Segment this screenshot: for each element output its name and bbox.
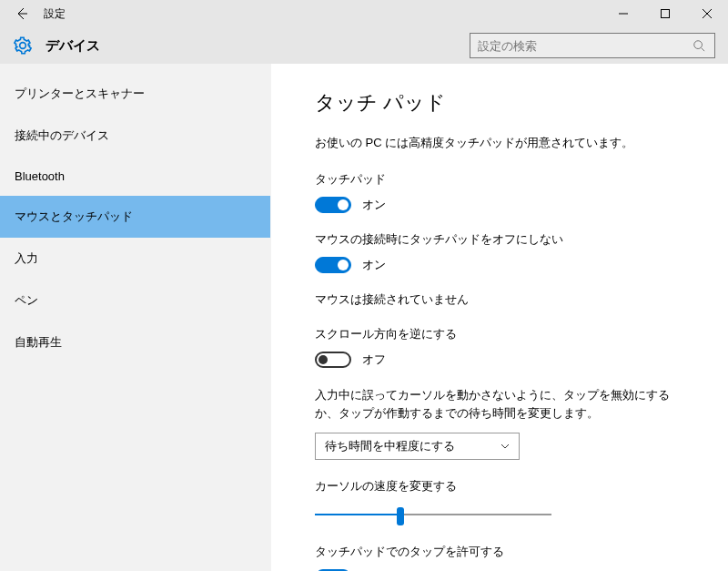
content: タッチ パッド お使いの PC には高精度タッチパッドが用意されています。 タッ… xyxy=(271,64,728,571)
mouse-off-toggle[interactable] xyxy=(315,257,351,273)
scroll-reverse-label: スクロール方向を逆にする xyxy=(315,326,706,342)
mouse-off-state: オン xyxy=(362,257,386,273)
page-title: タッチ パッド xyxy=(315,89,706,117)
section-title: デバイス xyxy=(46,37,100,55)
sidebar-item-typing[interactable]: 入力 xyxy=(0,238,270,280)
close-icon xyxy=(703,9,712,18)
touchpad-toggle[interactable] xyxy=(315,197,351,213)
mouse-off-label: マウスの接続時にタッチパッドをオフにしない xyxy=(315,231,706,248)
touchpad-label: タッチパッド xyxy=(315,171,706,188)
mouse-status-group: マウスは接続されていません xyxy=(315,291,706,308)
close-button[interactable] xyxy=(686,0,728,27)
arrow-left-icon xyxy=(15,6,29,21)
maximize-button[interactable] xyxy=(644,0,686,27)
wait-time-group: 待ち時間を中程度にする xyxy=(315,433,706,460)
sidebar: プリンターとスキャナー 接続中のデバイス Bluetooth マウスとタッチパッ… xyxy=(0,64,271,571)
cursor-speed-slider[interactable] xyxy=(315,504,551,525)
mouse-status: マウスは接続されていません xyxy=(315,291,706,308)
slider-fill xyxy=(315,514,400,515)
titlebar: 設定 xyxy=(0,0,728,27)
sidebar-item-pen[interactable]: ペン xyxy=(0,280,270,321)
scroll-reverse-group: スクロール方向を逆にする オフ xyxy=(315,326,706,368)
scroll-reverse-state: オフ xyxy=(362,352,386,368)
window-controls xyxy=(602,0,728,27)
slider-thumb[interactable] xyxy=(397,507,404,525)
sidebar-item-connected[interactable]: 接続中のデバイス xyxy=(0,115,270,157)
svg-rect-0 xyxy=(662,10,670,18)
window-title: 設定 xyxy=(44,6,66,22)
header: デバイス xyxy=(0,27,728,64)
mouse-off-group: マウスの接続時にタッチパッドをオフにしない オン xyxy=(315,231,706,273)
description: お使いの PC には高精度タッチパッドが用意されています。 xyxy=(315,135,706,151)
tap-note: 入力中に誤ってカーソルを動かさないように、タップを無効にするか、タップが作動する… xyxy=(315,386,679,422)
gear-icon xyxy=(13,36,33,56)
minimize-button[interactable] xyxy=(602,0,644,27)
body: プリンターとスキャナー 接続中のデバイス Bluetooth マウスとタッチパッ… xyxy=(0,64,728,571)
cursor-speed-group: カーソルの速度を変更する xyxy=(315,478,706,525)
touchpad-state: オン xyxy=(362,197,386,213)
wait-time-value: 待ち時間を中程度にする xyxy=(325,438,455,454)
sidebar-item-autoplay[interactable]: 自動再生 xyxy=(0,321,270,363)
scroll-reverse-toggle[interactable] xyxy=(315,352,351,368)
search-icon xyxy=(693,39,707,52)
maximize-icon xyxy=(661,9,670,18)
search-input[interactable] xyxy=(478,39,693,53)
sidebar-item-bluetooth[interactable]: Bluetooth xyxy=(0,157,270,196)
tap-allow-label: タッチパッドでのタップを許可する xyxy=(315,544,706,560)
sidebar-item-mouse-touchpad[interactable]: マウスとタッチパッド xyxy=(0,196,270,238)
chevron-down-icon xyxy=(500,442,510,451)
svg-point-1 xyxy=(694,41,703,49)
wait-time-dropdown[interactable]: 待ち時間を中程度にする xyxy=(315,433,520,460)
tap-allow-group: タッチパッドでのタップを許可する オン xyxy=(315,544,706,571)
back-button[interactable] xyxy=(9,1,35,26)
sidebar-item-printers[interactable]: プリンターとスキャナー xyxy=(0,73,270,115)
touchpad-group: タッチパッド オン xyxy=(315,171,706,213)
cursor-speed-label: カーソルの速度を変更する xyxy=(315,478,706,495)
search-box[interactable] xyxy=(470,33,715,58)
minimize-icon xyxy=(619,9,628,18)
